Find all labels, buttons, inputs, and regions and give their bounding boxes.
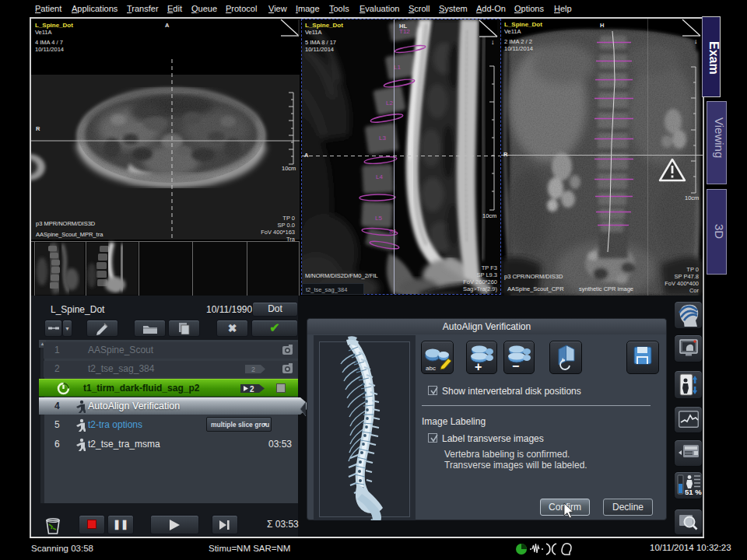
svg-text:+: + [475, 360, 482, 373]
svg-text:↓: ↓ [491, 38, 495, 46]
svg-text:L2: L2 [386, 100, 393, 107]
svg-text:L3: L3 [379, 135, 386, 142]
svg-text:2: 2 [251, 366, 255, 373]
svg-text:↓: ↓ [694, 37, 698, 45]
svg-text:L4: L4 [376, 173, 383, 180]
svg-text:L1: L1 [394, 64, 401, 71]
svg-text:S1: S1 [389, 228, 397, 235]
svg-text:2: 2 [250, 385, 254, 394]
svg-text:abc: abc [426, 365, 436, 372]
svg-text:−: − [512, 359, 519, 373]
svg-text:L5: L5 [375, 215, 382, 222]
